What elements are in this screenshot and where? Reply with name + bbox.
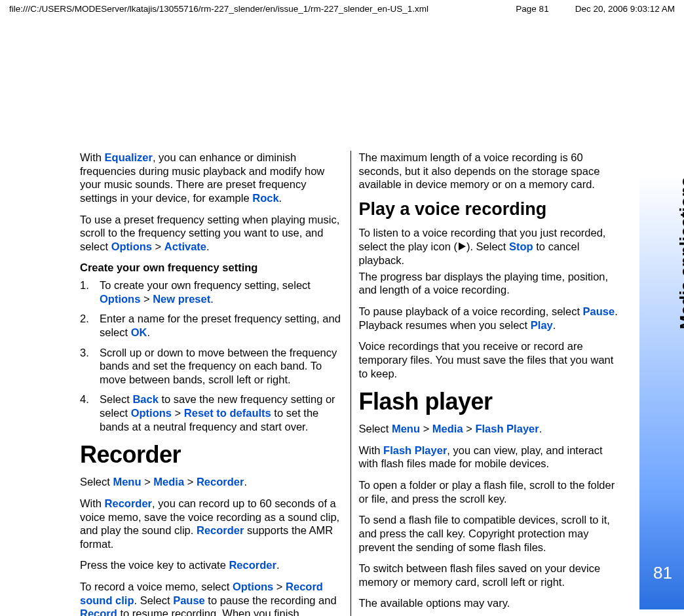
create-frequency-heading: Create your own frequency setting xyxy=(80,261,343,275)
flash-open: To open a folder or play a flash file, s… xyxy=(359,478,622,505)
content-columns: With Equalizer, you can enhance or dimin… xyxy=(72,151,629,616)
recorder-link: Recorder xyxy=(197,476,244,488)
activate-link: Activate xyxy=(164,241,206,252)
section-label: Media applications xyxy=(676,177,684,330)
equalizer-use-preset: To use a preset frequency setting when p… xyxy=(80,213,343,254)
pause-link: Pause xyxy=(583,305,615,317)
play-recording-heading: Play a voice recording xyxy=(359,199,622,220)
file-path: file:///C:/USERS/MODEServer/lkatajis/130… xyxy=(9,4,428,14)
record-link: Record xyxy=(80,607,117,616)
flash-player-link: Flash Player xyxy=(383,444,447,456)
flash-player-link: Flash Player xyxy=(475,423,539,434)
play-progress: The progress bar displays the playing ti… xyxy=(359,270,622,297)
recorder-link: Recorder xyxy=(105,497,152,509)
play-icon xyxy=(457,241,466,254)
recorder-about: With Recorder, you can record up to 60 s… xyxy=(80,497,343,551)
menu-link: Menu xyxy=(113,476,141,488)
recorder-link: Recorder xyxy=(229,559,276,571)
options-link: Options xyxy=(131,407,172,419)
recorder-heading: Recorder xyxy=(80,441,343,469)
pause-link: Pause xyxy=(173,594,205,606)
recorder-link: Recorder xyxy=(197,524,244,536)
options-link: Options xyxy=(111,241,152,252)
play-temp: Voice recordings that you receive or rec… xyxy=(359,339,622,380)
recording-maxlen: The maximum length of a voice recording … xyxy=(359,151,622,191)
recorder-voicekey: Press the voice key to activate Recorder… xyxy=(80,558,343,572)
menu-link: Menu xyxy=(392,423,420,434)
equalizer-intro: With Equalizer, you can enhance or dimin… xyxy=(80,151,343,205)
media-link: Media xyxy=(153,476,184,488)
play-link: Play xyxy=(531,319,553,331)
reset-defaults-link: Reset to defaults xyxy=(184,407,271,419)
recorder-record: To record a voice memo, select Options >… xyxy=(80,580,343,616)
step-3: Scroll up or down to move between the fr… xyxy=(80,346,343,387)
flash-switch: To switch between flash files saved on y… xyxy=(359,562,622,588)
options-link: Options xyxy=(100,293,140,305)
options-link: Options xyxy=(233,581,273,592)
page-body: Media applications 81 With Equalizer, yo… xyxy=(0,26,684,616)
flash-options-vary: The available options may vary. xyxy=(359,596,622,610)
flash-send: To send a flash file to compatible devic… xyxy=(359,513,622,554)
flash-nav: Select Menu > Media > Flash Player. xyxy=(359,422,622,436)
column-left: With Equalizer, you can enhance or dimin… xyxy=(72,151,351,616)
step-1: To create your own frequency setting, se… xyxy=(80,279,343,305)
svg-marker-0 xyxy=(459,242,466,250)
header-date: Dec 20, 2006 9:03:12 AM xyxy=(575,4,675,14)
header-bar: file:///C:/USERS/MODEServer/lkatajis/130… xyxy=(0,4,684,14)
column-right: The maximum length of a voice recording … xyxy=(351,151,630,616)
ok-link: OK xyxy=(131,326,147,338)
new-preset-link: New preset xyxy=(153,293,210,305)
recorder-nav: Select Menu > Media > Recorder. xyxy=(80,475,343,489)
stop-link: Stop xyxy=(509,241,533,252)
sidebar-tab: Media applications 81 xyxy=(639,138,684,609)
flash-about: With Flash Player, you can view, play, a… xyxy=(359,444,622,471)
media-link: Media xyxy=(432,423,463,434)
back-link: Back xyxy=(132,393,158,405)
header-page: Page 81 xyxy=(516,4,548,14)
step-4: Select Back to save the new frequency se… xyxy=(80,393,343,433)
step-2: Enter a name for the preset frequency se… xyxy=(80,312,343,339)
flash-player-heading: Flash player xyxy=(359,388,622,415)
equalizer-link: Equalizer xyxy=(105,151,153,163)
play-pause: To pause playback of a voice recording, … xyxy=(359,305,622,332)
page-number: 81 xyxy=(653,563,672,583)
play-listen: To listen to a voice recording that you … xyxy=(359,226,622,267)
rock-preset-link: Rock xyxy=(252,192,278,204)
frequency-steps: To create your own frequency setting, se… xyxy=(80,279,343,433)
